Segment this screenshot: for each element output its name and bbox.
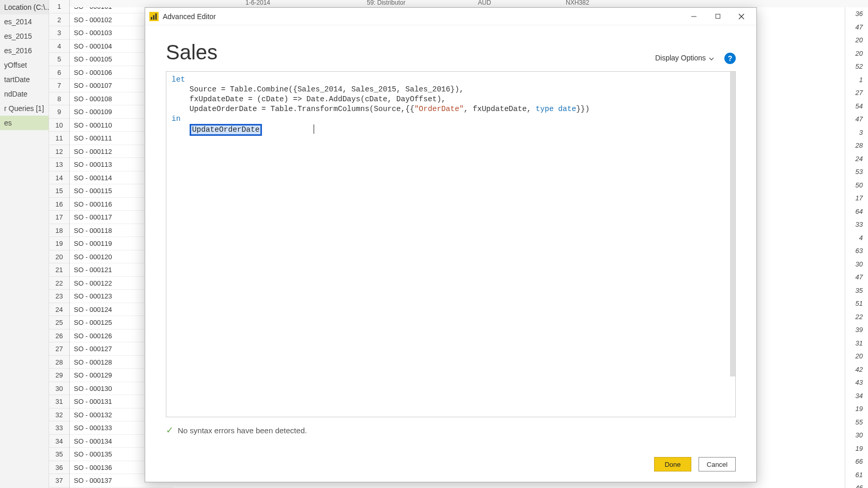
row-number: 23 bbox=[49, 290, 69, 303]
queries-panel-item[interactable]: yOffset bbox=[0, 58, 49, 72]
right-value-cell: 43 bbox=[845, 376, 868, 389]
queries-panel-item[interactable]: r Queries [1] bbox=[0, 101, 49, 116]
row-number: 22 bbox=[49, 277, 69, 290]
app-icon bbox=[149, 12, 159, 21]
row-number: 9 bbox=[49, 105, 69, 119]
right-value-cell: 19 bbox=[845, 442, 868, 455]
row-number: 18 bbox=[49, 224, 69, 238]
help-icon[interactable]: ? bbox=[724, 53, 736, 64]
right-value-cell: 20 bbox=[845, 34, 868, 47]
editor-scrollbar[interactable] bbox=[730, 72, 735, 376]
right-value-cell: 19 bbox=[845, 402, 868, 416]
code-editor[interactable]: let Source = Table.Combine({Sales_2014, … bbox=[166, 71, 736, 417]
row-number: 25 bbox=[49, 316, 69, 329]
queries-panel-item[interactable]: ndDate bbox=[0, 87, 49, 101]
display-options-label: Display Options bbox=[655, 54, 706, 62]
right-value-cell: 30 bbox=[845, 429, 868, 442]
right-value-cell: 61 bbox=[845, 468, 868, 482]
right-value-cell: 53 bbox=[845, 165, 868, 179]
right-value-cell: 42 bbox=[845, 363, 868, 376]
right-value-cell: 39 bbox=[845, 323, 868, 337]
right-value-cell: 35 bbox=[845, 284, 868, 297]
right-value-cell: 47 bbox=[845, 113, 868, 126]
row-number: 17 bbox=[49, 211, 69, 224]
code-content: let Source = Table.Combine({Sales_2014, … bbox=[166, 72, 735, 139]
row-number: 35 bbox=[49, 448, 69, 461]
right-value-cell: 36 bbox=[845, 7, 868, 21]
queries-panel-item[interactable]: es_2015 bbox=[0, 29, 49, 43]
right-value-cell: 46 bbox=[845, 481, 868, 488]
queries-panel: Location (C:\...es_2014es_2015es_2016yOf… bbox=[0, 0, 49, 488]
selected-identifier[interactable]: UpdateOrderDate bbox=[190, 124, 262, 136]
row-number: 7 bbox=[49, 79, 69, 92]
advanced-editor-dialog: Advanced Editor Sales Display Options ? … bbox=[145, 7, 757, 482]
right-value-cell: 28 bbox=[845, 139, 868, 152]
row-number: 29 bbox=[49, 369, 69, 382]
row-number: 12 bbox=[49, 145, 69, 159]
done-button[interactable]: Done bbox=[654, 457, 691, 471]
svg-rect-1 bbox=[153, 15, 154, 20]
query-name-heading: Sales bbox=[166, 41, 652, 64]
row-number: 33 bbox=[49, 421, 69, 435]
right-value-cell: 17 bbox=[845, 192, 868, 205]
right-value-cell: 51 bbox=[845, 297, 868, 310]
right-value-cell: 31 bbox=[845, 337, 868, 350]
preview-ref-cell: 59: Distributor bbox=[367, 0, 406, 6]
right-value-cell: 3 bbox=[845, 126, 868, 139]
queries-panel-item[interactable]: es_2014 bbox=[0, 14, 49, 29]
row-number: 8 bbox=[49, 92, 69, 106]
right-value-cell: 27 bbox=[845, 86, 868, 100]
right-value-cell: 63 bbox=[845, 244, 868, 258]
row-number: 37 bbox=[49, 474, 69, 487]
row-number: 26 bbox=[49, 329, 69, 343]
close-button[interactable] bbox=[730, 9, 753, 24]
svg-rect-4 bbox=[716, 14, 720, 18]
right-value-cell: 1 bbox=[845, 73, 868, 87]
chevron-down-icon bbox=[709, 54, 714, 62]
row-number: 32 bbox=[49, 408, 69, 422]
right-value-cell: 64 bbox=[845, 205, 868, 218]
right-numeric-column: 3647202052127544732824535017643346330473… bbox=[845, 7, 868, 488]
right-value-cell: 66 bbox=[845, 455, 868, 468]
row-number: 13 bbox=[49, 158, 69, 171]
titlebar: Advanced Editor bbox=[145, 8, 756, 25]
queries-panel-item[interactable]: es bbox=[0, 116, 49, 130]
preview-date-cell: 1-6-2014 bbox=[245, 0, 270, 6]
right-value-cell: 20 bbox=[845, 350, 868, 363]
data-preview-header: 1-6-2014 59: Distributor AUD NXH382 bbox=[70, 0, 868, 7]
row-number: 2 bbox=[49, 13, 69, 27]
row-number: 24 bbox=[49, 303, 69, 317]
queries-panel-item[interactable]: es_2016 bbox=[0, 43, 49, 58]
row-number: 14 bbox=[49, 171, 69, 185]
display-options-dropdown[interactable]: Display Options bbox=[652, 52, 717, 64]
text-caret bbox=[314, 124, 314, 134]
check-icon: ✓ bbox=[166, 424, 174, 436]
minimize-button[interactable] bbox=[682, 9, 706, 24]
svg-rect-2 bbox=[156, 13, 157, 19]
cancel-button[interactable]: Cancel bbox=[699, 457, 736, 471]
row-number: 4 bbox=[49, 40, 69, 53]
row-number: 28 bbox=[49, 356, 69, 369]
row-number: 20 bbox=[49, 250, 69, 264]
preview-code-cell: NXH382 bbox=[566, 0, 589, 6]
row-number: 31 bbox=[49, 395, 69, 408]
queries-panel-item[interactable]: tartDate bbox=[0, 72, 49, 87]
row-number: 16 bbox=[49, 198, 69, 211]
row-number: 30 bbox=[49, 382, 69, 396]
window-title: Advanced Editor bbox=[163, 12, 216, 21]
queries-panel-item[interactable]: Location (C:\... bbox=[0, 0, 49, 14]
dialog-body: Sales Display Options ? let Source = Tab… bbox=[145, 25, 756, 482]
right-value-cell: 50 bbox=[845, 179, 868, 192]
svg-rect-0 bbox=[151, 17, 152, 19]
right-value-cell: 54 bbox=[845, 100, 868, 113]
row-number: 11 bbox=[49, 132, 69, 145]
maximize-button[interactable] bbox=[706, 9, 730, 24]
row-number: 36 bbox=[49, 461, 69, 475]
right-value-cell: 33 bbox=[845, 218, 868, 231]
row-number: 27 bbox=[49, 342, 69, 356]
row-number: 15 bbox=[49, 184, 69, 198]
right-value-cell: 47 bbox=[845, 271, 868, 284]
row-number-gutter: 1234567891011121314151617181920212223242… bbox=[49, 0, 70, 488]
row-number: 5 bbox=[49, 53, 69, 66]
row-number: 34 bbox=[49, 435, 69, 448]
